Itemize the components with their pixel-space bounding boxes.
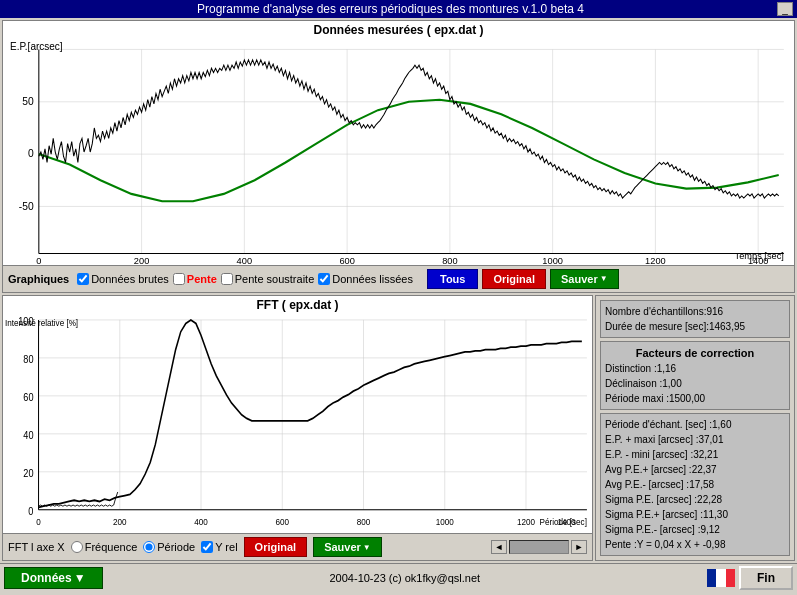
top-chart-title: Données mesurées ( epx.dat ) bbox=[3, 21, 794, 39]
donnees-label: Données bbox=[21, 571, 72, 585]
correction-title: Facteurs de correction bbox=[605, 345, 785, 362]
svg-text:800: 800 bbox=[442, 256, 457, 264]
sauver-button-top[interactable]: Sauver ▼ bbox=[550, 269, 619, 289]
avg-pe-plus-text: Avg P.E.+ [arcsec] :22,37 bbox=[605, 462, 785, 477]
title-bar: Programme d'analyse des erreurs périodiq… bbox=[0, 0, 797, 18]
scroll-left-button[interactable]: ◄ bbox=[491, 540, 507, 554]
fft-controls-bar: FFT l axe X Fréquence Période Y rel Orig… bbox=[3, 533, 592, 560]
svg-text:40: 40 bbox=[23, 428, 34, 440]
french-flag-icon bbox=[707, 569, 735, 587]
periode-echant-value: 1,60 bbox=[712, 419, 731, 430]
periode-echant-text: Période d'échant. [sec] :1,60 bbox=[605, 417, 785, 432]
svg-text:800: 800 bbox=[357, 516, 371, 527]
fft-container: FFT ( epx.dat ) bbox=[2, 295, 593, 562]
top-y-axis-label: E.P.[arcsec] bbox=[10, 41, 63, 52]
donnees-button[interactable]: Données ▼ bbox=[4, 567, 103, 589]
minimize-button[interactable]: _ bbox=[777, 2, 793, 16]
sigma-pe-plus-value: 11,30 bbox=[703, 509, 728, 520]
yrel-label: Y rel bbox=[215, 541, 237, 553]
yrel-checkbox[interactable] bbox=[201, 541, 213, 553]
duration-label: Durée de mesure [sec]: bbox=[605, 321, 709, 332]
fin-button[interactable]: Fin bbox=[739, 566, 793, 590]
fft-chart-svg: 100 80 60 40 20 0 0 200 400 600 800 1000… bbox=[3, 314, 592, 534]
pente-label: Pente bbox=[187, 273, 217, 285]
ep-mini-text: E.P. - mini [arcsec] :32,21 bbox=[605, 447, 785, 462]
sigma-pe-minus-label: Sigma P.E.- [arcsec] : bbox=[605, 524, 700, 535]
svg-text:0: 0 bbox=[28, 504, 34, 516]
status-text: 2004-10-23 (c) ok1fky@qsl.net bbox=[107, 572, 703, 584]
frequence-radio[interactable] bbox=[71, 541, 83, 553]
svg-text:-50: -50 bbox=[19, 200, 34, 211]
svg-text:400: 400 bbox=[194, 516, 208, 527]
ep-mini-label: E.P. - mini [arcsec] : bbox=[605, 449, 693, 460]
samples-section: Nombre d'échantillons:916 Durée de mesur… bbox=[600, 300, 790, 338]
samples-value: 916 bbox=[706, 306, 723, 317]
avg-pe-minus-label: Avg P.E.- [arcsec] : bbox=[605, 479, 689, 490]
pente-info-label: Pente :Y = 0,04 x X + -0,98 bbox=[605, 539, 725, 550]
svg-text:Intensité relative [%]: Intensité relative [%] bbox=[5, 317, 78, 328]
declinaison-text: Déclinaison :1,00 bbox=[605, 376, 785, 391]
donnees-lissees-checkbox-item[interactable]: Données lissées bbox=[318, 273, 413, 285]
fft-title: FFT ( epx.dat ) bbox=[3, 296, 592, 314]
ep-maxi-value: 37,01 bbox=[698, 434, 723, 445]
frequence-radio-item[interactable]: Fréquence bbox=[71, 541, 138, 553]
scroll-track[interactable] bbox=[509, 540, 569, 554]
periode-maxi-text: Période maxi :1500,00 bbox=[605, 391, 785, 406]
sauver-label-top: Sauver bbox=[561, 273, 598, 285]
svg-text:0: 0 bbox=[28, 148, 34, 159]
pente-checkbox[interactable] bbox=[173, 273, 185, 285]
pente-soustraite-checkbox[interactable] bbox=[221, 273, 233, 285]
main-content: Données mesurées ( epx.dat ) E.P.[arcsec… bbox=[0, 18, 797, 591]
svg-text:600: 600 bbox=[275, 516, 289, 527]
svg-text:200: 200 bbox=[113, 516, 127, 527]
svg-text:1200: 1200 bbox=[645, 256, 666, 264]
status-bar: Données ▼ 2004-10-23 (c) ok1fky@qsl.net … bbox=[0, 563, 797, 591]
donnees-lissees-checkbox[interactable] bbox=[318, 273, 330, 285]
scrollbar-container: ◄ ► bbox=[491, 540, 587, 554]
scroll-right-button[interactable]: ► bbox=[571, 540, 587, 554]
sauver-button-fft[interactable]: Sauver ▼ bbox=[313, 537, 382, 557]
donnees-brutes-checkbox-item[interactable]: Données brutes bbox=[77, 273, 169, 285]
declinaison-label: Déclinaison : bbox=[605, 378, 662, 389]
samples-text: Nombre d'échantillons:916 bbox=[605, 304, 785, 319]
duration-value: 1463,95 bbox=[709, 321, 745, 332]
sigma-pe-minus-text: Sigma P.E.- [arcsec] :9,12 bbox=[605, 522, 785, 537]
sauver-label-fft: Sauver bbox=[324, 541, 361, 553]
svg-text:1000: 1000 bbox=[436, 516, 454, 527]
pente-soustraite-checkbox-item[interactable]: Pente soustraite bbox=[221, 273, 315, 285]
declinaison-value: 1,00 bbox=[662, 378, 681, 389]
bottom-section: FFT ( epx.dat ) bbox=[2, 295, 795, 562]
svg-text:600: 600 bbox=[339, 256, 354, 264]
svg-text:80: 80 bbox=[23, 352, 34, 364]
svg-text:Période [sec]: Période [sec] bbox=[540, 516, 587, 527]
periode-radio[interactable] bbox=[143, 541, 155, 553]
top-chart-container: Données mesurées ( epx.dat ) E.P.[arcsec… bbox=[2, 20, 795, 266]
periode-echant-label: Période d'échant. [sec] : bbox=[605, 419, 712, 430]
duration-text: Durée de mesure [sec]:1463,95 bbox=[605, 319, 785, 334]
tous-button[interactable]: Tous bbox=[427, 269, 478, 289]
fft-axe-label: FFT l axe X bbox=[8, 541, 65, 553]
yrel-checkbox-item[interactable]: Y rel bbox=[201, 541, 237, 553]
svg-text:20: 20 bbox=[23, 466, 34, 478]
stats-section: Période d'échant. [sec] :1,60 E.P. + max… bbox=[600, 413, 790, 556]
periode-maxi-value: 1500,00 bbox=[669, 393, 705, 404]
window-title: Programme d'analyse des erreurs périodiq… bbox=[4, 2, 777, 16]
original-button-top[interactable]: Original bbox=[482, 269, 546, 289]
sigma-pe-label: Sigma P.E. [arcsec] : bbox=[605, 494, 697, 505]
pente-checkbox-item[interactable]: Pente bbox=[173, 273, 217, 285]
donnees-brutes-checkbox[interactable] bbox=[77, 273, 89, 285]
pente-text: Pente :Y = 0,04 x X + -0,98 bbox=[605, 537, 785, 552]
sigma-pe-plus-label: Sigma P.E.+ [arcsec] : bbox=[605, 509, 703, 520]
sigma-pe-plus-text: Sigma P.E.+ [arcsec] :11,30 bbox=[605, 507, 785, 522]
svg-text:60: 60 bbox=[23, 390, 34, 402]
avg-pe-plus-value: 22,37 bbox=[692, 464, 717, 475]
periode-radio-item[interactable]: Période bbox=[143, 541, 195, 553]
svg-text:1200: 1200 bbox=[517, 516, 535, 527]
svg-rect-56 bbox=[707, 569, 716, 587]
donnees-brutes-label: Données brutes bbox=[91, 273, 169, 285]
svg-text:Temps [sec]: Temps [sec] bbox=[735, 251, 784, 261]
svg-text:0: 0 bbox=[36, 516, 41, 527]
svg-rect-57 bbox=[716, 569, 726, 587]
original-button-fft[interactable]: Original bbox=[244, 537, 308, 557]
fft-chart-area: 100 80 60 40 20 0 0 200 400 600 800 1000… bbox=[3, 314, 592, 534]
